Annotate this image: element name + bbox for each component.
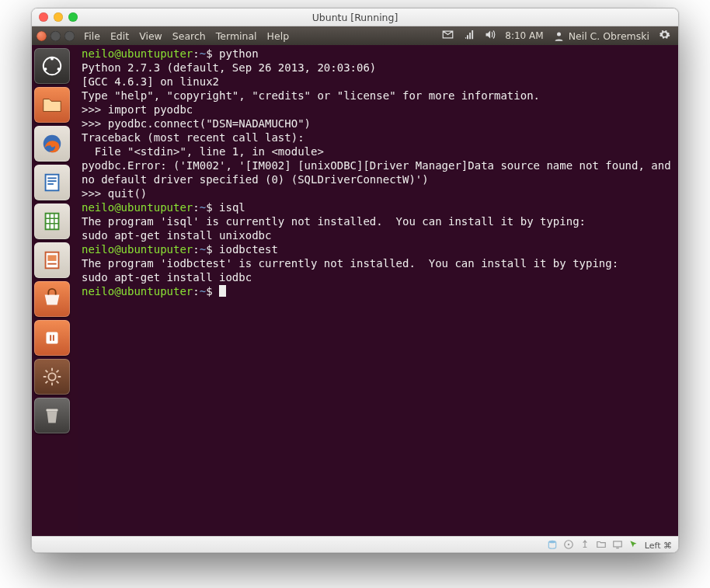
svg-rect-8	[47, 180, 56, 182]
user-menu[interactable]: Neil C. Obremski	[553, 30, 649, 42]
menu-view[interactable]: View	[139, 30, 162, 42]
vb-cd-icon[interactable]	[563, 539, 574, 552]
terminal-line: Type "help", "copyright", "credits" or "…	[82, 89, 540, 102]
svg-rect-9	[47, 183, 54, 185]
terminal-line: sudo apt-get install iodbc	[82, 271, 252, 284]
menu-help[interactable]: Help	[267, 30, 290, 42]
ubuntu-desktop: File Edit View Search Terminal Help 8:10…	[32, 26, 678, 536]
vb-host-key-label: Left ⌘	[645, 541, 672, 551]
terminal-line: sudo apt-get install unixodbc	[82, 229, 271, 242]
window-close-button[interactable]	[37, 31, 47, 41]
svg-point-17	[548, 540, 555, 543]
svg-rect-6	[46, 175, 59, 191]
launcher-settings[interactable]	[34, 359, 70, 395]
launcher-software-center[interactable]	[34, 281, 70, 317]
system-gear-icon[interactable]	[659, 29, 670, 43]
svg-rect-13	[47, 263, 56, 265]
terminal-line: File "<stdin>", line 1, in <module>	[82, 145, 324, 158]
menu-search[interactable]: Search	[172, 30, 206, 42]
svg-point-0	[557, 32, 561, 36]
terminal-line: The program 'iodbctest' is currently not…	[82, 257, 618, 270]
terminal-line: The program 'isql' is currently not inst…	[82, 215, 586, 228]
terminal-line: Traceback (most recent call last):	[82, 131, 305, 144]
svg-point-4	[44, 68, 47, 71]
terminal-line: [GCC 4.6.3] on linux2	[82, 75, 219, 88]
vb-mouse-icon[interactable]	[628, 539, 639, 552]
mail-indicator-icon[interactable]	[442, 29, 454, 43]
terminal-window[interactable]: neilo@ubuntuputer:~$ python Python 2.7.3…	[78, 45, 678, 536]
launcher-files[interactable]	[34, 87, 70, 123]
vb-shared-folders-icon[interactable]	[596, 539, 607, 552]
volume-indicator-icon[interactable]	[484, 29, 496, 43]
svg-rect-16	[47, 409, 58, 412]
svg-rect-14	[47, 332, 58, 344]
app-menu-bar: File Edit View Search Terminal Help	[84, 30, 289, 42]
svg-point-2	[50, 57, 54, 61]
prompt-user: neilo@ubuntuputer	[82, 47, 193, 60]
terminal-line: >>> quit()	[82, 187, 147, 200]
menu-edit[interactable]: Edit	[110, 30, 129, 42]
launcher-ubuntu-one[interactable]	[34, 320, 70, 356]
window-maximize-button[interactable]	[64, 31, 75, 41]
svg-point-19	[568, 543, 569, 545]
launcher-calc[interactable]	[34, 204, 70, 239]
terminal-line: >>> import pyodbc	[82, 103, 193, 116]
launcher-trash[interactable]	[34, 398, 70, 433]
cmd-isql: isql	[219, 201, 245, 214]
window-minimize-button[interactable]	[50, 31, 61, 41]
cmd-python: python	[219, 47, 259, 60]
ubuntu-top-panel: File Edit View Search Terminal Help 8:10…	[32, 26, 678, 45]
launcher-impress[interactable]	[34, 242, 70, 278]
launcher-dash[interactable]	[34, 48, 70, 84]
virtualbox-status-bar: Left ⌘	[32, 536, 678, 553]
terminal-line: >>> pyodbc.connect("DSN=NADAMUCHO")	[82, 117, 311, 130]
terminal-cursor	[219, 285, 226, 297]
menu-terminal[interactable]: Terminal	[216, 30, 257, 42]
mac-window-title: Ubuntu [Running]	[32, 12, 678, 23]
host-vm-window: Ubuntu [Running] File Edit View Search T…	[31, 8, 679, 553]
launcher-writer[interactable]	[34, 165, 70, 200]
network-indicator-icon[interactable]	[463, 29, 475, 43]
cmd-iodbctest: iodbctest	[219, 243, 278, 256]
terminal-line: Python 2.7.3 (default, Sep 26 2013, 20:0…	[82, 61, 376, 74]
vb-usb-icon[interactable]	[579, 539, 590, 552]
clock-indicator[interactable]: 8:10 AM	[505, 30, 543, 41]
svg-rect-20	[614, 541, 622, 546]
vb-display-icon[interactable]	[612, 539, 623, 552]
vb-hdd-icon[interactable]	[547, 539, 558, 552]
user-name-label: Neil C. Obremski	[569, 30, 649, 42]
terminal-output[interactable]: neilo@ubuntuputer:~$ python Python 2.7.3…	[78, 45, 678, 300]
terminal-line: pyodbc.Error: ('IM002', '[IM002] [unixOD…	[82, 159, 677, 186]
svg-rect-10	[46, 214, 59, 230]
menu-file[interactable]: File	[84, 30, 100, 42]
svg-rect-12	[47, 255, 56, 261]
svg-point-3	[57, 68, 61, 71]
unity-launcher	[32, 45, 78, 536]
mac-titlebar: Ubuntu [Running]	[32, 9, 678, 26]
launcher-firefox[interactable]	[34, 126, 70, 162]
svg-point-15	[48, 373, 55, 380]
svg-rect-7	[47, 177, 56, 179]
